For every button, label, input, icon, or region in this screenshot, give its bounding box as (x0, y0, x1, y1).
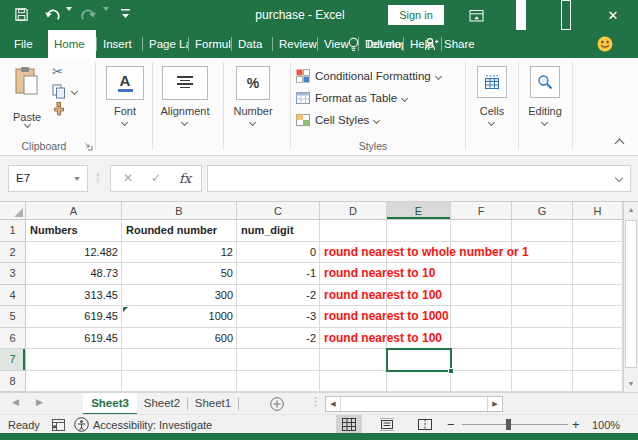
sheet-tab-sheet2[interactable]: Sheet2 (137, 393, 187, 415)
maximize-icon[interactable] (556, 0, 576, 30)
cell-G5[interactable] (512, 306, 573, 328)
insert-function-icon[interactable]: fx (173, 166, 197, 191)
tab-data[interactable]: Data (232, 30, 272, 58)
cell-styles-button[interactable]: Cell Styles (296, 110, 379, 130)
number-dropdown-icon[interactable] (249, 119, 256, 126)
formula-input[interactable] (207, 165, 631, 192)
paste-button[interactable]: Paste (8, 64, 46, 136)
copy-dropdown-icon[interactable] (71, 88, 78, 95)
cell-G6[interactable] (512, 328, 573, 350)
scroll-left-icon[interactable]: ◀ (326, 397, 341, 411)
column-header-B[interactable]: B (122, 202, 237, 220)
cell-G1[interactable] (512, 220, 573, 242)
cell-H1[interactable] (573, 220, 623, 242)
cell-D8[interactable] (320, 371, 387, 393)
new-sheet-icon[interactable] (270, 397, 284, 413)
cell-H7[interactable] (573, 349, 623, 371)
zoom-slider-thumb[interactable] (506, 419, 511, 430)
vertical-scrollbar[interactable]: ▲ ▼ (623, 202, 638, 392)
cell-A8[interactable] (26, 371, 122, 393)
column-header-G[interactable]: G (512, 202, 573, 220)
tab-review[interactable]: Review (273, 30, 317, 58)
cell-H8[interactable] (573, 371, 623, 393)
cells-dropdown-icon[interactable] (488, 119, 495, 126)
cell-D1[interactable] (320, 220, 387, 242)
minimize-icon[interactable] (511, 0, 531, 30)
cell-H6[interactable] (573, 328, 623, 350)
cells-button[interactable] (477, 66, 507, 98)
row-header-5[interactable]: 5 (0, 306, 26, 328)
name-box-dropdown-icon[interactable] (74, 177, 80, 181)
column-header-A[interactable]: A (26, 202, 122, 220)
cell-F8[interactable] (451, 371, 512, 393)
editing-dropdown-icon[interactable] (541, 119, 548, 126)
column-header-E[interactable]: E (387, 202, 451, 220)
row-header-6[interactable]: 6 (0, 328, 26, 350)
tell-me[interactable]: Tell me (347, 30, 401, 58)
tab-insert[interactable]: Insert (97, 30, 142, 58)
page-layout-view-button[interactable] (374, 415, 400, 434)
column-header-C[interactable]: C (237, 202, 320, 220)
name-box[interactable]: E7 (8, 165, 88, 192)
smiley-icon[interactable] (597, 36, 613, 52)
horizontal-scrollbar[interactable]: ◀ ▶ (325, 396, 503, 412)
cell-B7[interactable] (122, 349, 237, 371)
editing-button[interactable] (530, 66, 560, 98)
cell-H3[interactable] (573, 263, 623, 285)
tab-home[interactable]: Home (48, 30, 96, 58)
cell-D7[interactable] (320, 349, 387, 371)
copy-icon[interactable] (52, 84, 66, 101)
cell-G4[interactable] (512, 285, 573, 307)
sheet-tab-sheet3[interactable]: Sheet3 (83, 393, 137, 415)
prev-sheet-icon[interactable]: ◀ (12, 397, 19, 407)
enter-icon[interactable]: ✓ (145, 166, 167, 191)
column-header-F[interactable]: F (451, 202, 512, 220)
cell-F4[interactable] (451, 285, 512, 307)
undo-dropdown-icon[interactable] (66, 7, 72, 11)
column-header-H[interactable]: H (573, 202, 623, 220)
accessibility-status[interactable]: Accessibility: Investigate (93, 415, 212, 434)
font-dropdown-icon[interactable] (121, 119, 128, 126)
page-break-view-button[interactable] (412, 415, 438, 434)
format-painter-icon[interactable] (52, 102, 66, 118)
cell-F3[interactable] (451, 263, 512, 285)
ribbon-display-options-icon[interactable] (466, 0, 486, 30)
tab-page-layout[interactable]: Page Layout (143, 30, 188, 58)
cell-G3[interactable] (512, 263, 573, 285)
cell-C8[interactable] (237, 371, 320, 393)
scroll-up-icon[interactable]: ▲ (624, 202, 638, 218)
row-header-8[interactable]: 8 (0, 371, 26, 393)
cell-E8[interactable] (387, 371, 451, 393)
normal-view-button[interactable] (336, 415, 362, 434)
row-header-7[interactable]: 7 (0, 349, 26, 371)
tab-file[interactable]: File (8, 30, 48, 58)
tab-formulas[interactable]: Formulas (189, 30, 231, 58)
row-header-3[interactable]: 3 (0, 263, 26, 285)
selected-cell-outline[interactable] (386, 348, 452, 372)
column-header-D[interactable]: D (320, 202, 387, 220)
cell-G7[interactable] (512, 349, 573, 371)
redo-icon[interactable] (80, 7, 97, 22)
cancel-icon[interactable]: ✕ (117, 166, 139, 191)
zoom-out-icon[interactable]: − (447, 415, 455, 434)
cell-F5[interactable] (451, 306, 512, 328)
cell-F7[interactable] (451, 349, 512, 371)
cell-E1[interactable] (387, 220, 451, 242)
close-icon[interactable]: ✕ (603, 0, 623, 30)
cell-C7[interactable] (237, 349, 320, 371)
zoom-level[interactable]: 100% (592, 415, 620, 434)
row-header-2[interactable]: 2 (0, 242, 26, 264)
select-all-corner[interactable] (0, 202, 26, 220)
scroll-down-icon[interactable]: ▼ (624, 376, 638, 392)
cell-G8[interactable] (512, 371, 573, 393)
font-button[interactable]: A (106, 66, 144, 100)
collapse-ribbon-icon[interactable] (615, 139, 625, 149)
row-header-1[interactable]: 1 (0, 220, 26, 242)
alignment-button[interactable] (162, 66, 208, 100)
customize-quick-access-icon[interactable] (120, 7, 131, 20)
save-icon[interactable] (14, 7, 29, 22)
cell-H2[interactable] (573, 242, 623, 264)
vertical-scroll-thumb[interactable] (625, 220, 637, 368)
next-sheet-icon[interactable]: ▶ (36, 397, 43, 407)
redo-dropdown-icon[interactable] (103, 7, 109, 11)
